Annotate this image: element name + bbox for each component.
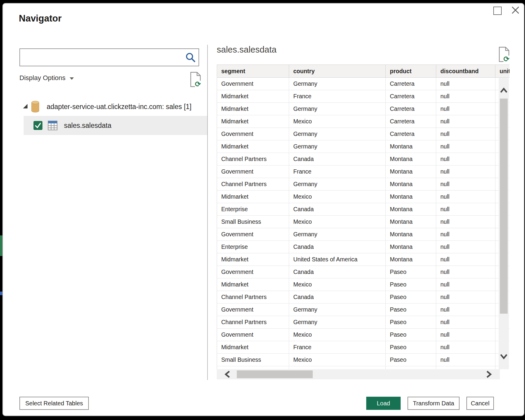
load-button[interactable]: Load bbox=[366, 397, 401, 410]
table-row: Channel PartnersCanadaPaseonull bbox=[217, 291, 509, 303]
table-cell: null bbox=[436, 115, 495, 128]
table-cell: Germany bbox=[289, 128, 386, 140]
table-cell: null bbox=[436, 291, 495, 303]
table-cell: null bbox=[436, 153, 495, 165]
tree-root-item[interactable]: adapter-service-uat.clickzetta-inc.com: … bbox=[19, 99, 191, 114]
panel-divider bbox=[207, 45, 208, 380]
table-row: EnterpriseCanadaMontananull bbox=[217, 241, 509, 253]
vertical-scrollbar[interactable] bbox=[499, 78, 509, 369]
table-cell: null bbox=[436, 354, 495, 366]
refresh-preview-icon[interactable]: ⟳ bbox=[498, 47, 510, 62]
table-row: Channel PartnersCanadaMontananull bbox=[217, 153, 509, 165]
table-cell: null bbox=[436, 241, 495, 253]
table-cell: Enterprise bbox=[217, 241, 289, 253]
table-cell: Midmarket bbox=[217, 278, 289, 291]
table-cell: Mexico bbox=[289, 329, 386, 341]
table-cell: Paseo bbox=[386, 341, 436, 353]
chevron-down-icon bbox=[70, 77, 74, 80]
table-cell bbox=[289, 366, 386, 369]
table-cell: Germany bbox=[289, 178, 386, 190]
table-row: GovernmentGermanyMontananull bbox=[217, 228, 509, 241]
checked-checkbox[interactable] bbox=[33, 121, 42, 130]
table-cell: United States of America bbox=[289, 253, 386, 266]
select-related-tables-button[interactable]: Select Related Tables bbox=[19, 397, 89, 410]
table-cell: Montana bbox=[386, 228, 436, 240]
scroll-left-icon[interactable] bbox=[224, 370, 231, 378]
maximize-icon[interactable] bbox=[493, 7, 502, 15]
column-header-country: country bbox=[289, 65, 386, 77]
table-cell: Canada bbox=[289, 266, 386, 278]
table-cell: null bbox=[436, 103, 495, 115]
table-cell: Midmarket bbox=[217, 90, 289, 102]
tree-item-sales-salesdata[interactable]: sales.salesdata bbox=[24, 116, 207, 135]
table-cell: Small Business bbox=[217, 354, 289, 366]
table-cell: null bbox=[436, 266, 495, 278]
table-cell: Paseo bbox=[386, 316, 436, 328]
close-icon[interactable] bbox=[511, 5, 520, 15]
table-cell: null bbox=[436, 178, 495, 190]
table-cell: Germany bbox=[289, 228, 386, 240]
table-row: Channel PartnersGermanyPaseonull bbox=[217, 316, 509, 329]
svg-text:⟳: ⟳ bbox=[503, 55, 509, 62]
table-cell: Canada bbox=[289, 203, 386, 215]
table-cell: Montana bbox=[386, 178, 436, 190]
horizontal-scrollbar[interactable] bbox=[217, 369, 500, 379]
tree-root-label: adapter-service-uat.clickzetta-inc.com: … bbox=[47, 103, 191, 111]
table-cell: Montana bbox=[386, 153, 436, 165]
table-row: MidmarketGermanyCarreteranull bbox=[217, 103, 509, 115]
table-cell: Germany bbox=[289, 78, 386, 90]
cancel-button[interactable]: Cancel bbox=[466, 397, 494, 410]
table-row: Small BusinessMexicoMontananull bbox=[217, 216, 509, 228]
table-cell: null bbox=[436, 316, 495, 328]
table-cell: Paseo bbox=[386, 354, 436, 366]
tree-item-label: sales.salesdata bbox=[64, 122, 112, 130]
table-header-row: segmentcountryproductdiscountbandunits bbox=[217, 65, 509, 78]
scroll-up-icon[interactable] bbox=[500, 87, 508, 94]
table-cell: Montana bbox=[386, 140, 436, 153]
refresh-file-icon[interactable]: ⟳ bbox=[190, 72, 202, 87]
table-cell: Midmarket bbox=[217, 191, 289, 203]
table-cell: France bbox=[289, 90, 386, 102]
table-cell: Carretera bbox=[386, 128, 436, 140]
table-cell: Midmarket bbox=[217, 115, 289, 128]
scroll-down-icon[interactable] bbox=[500, 353, 508, 360]
table-cell: Germany bbox=[289, 303, 386, 316]
table-cell: Carretera bbox=[386, 90, 436, 102]
table-cell: Carretera bbox=[386, 103, 436, 115]
table-cell: Paseo bbox=[386, 291, 436, 303]
app-edge-blue-mark bbox=[0, 292, 2, 295]
table-cell: Canada bbox=[289, 241, 386, 253]
transform-data-button[interactable]: Transform Data bbox=[408, 397, 460, 410]
table-cell: null bbox=[436, 90, 495, 102]
display-options-dropdown[interactable]: Display Options bbox=[19, 74, 74, 82]
tree-expander-icon[interactable] bbox=[23, 104, 28, 108]
table-cell: null bbox=[436, 253, 495, 266]
scroll-right-icon[interactable] bbox=[485, 370, 492, 378]
table-cell: Channel Partners bbox=[217, 291, 289, 303]
table-cell: Government bbox=[217, 165, 289, 178]
table-cell: Midmarket bbox=[217, 140, 289, 153]
table-cell: Government bbox=[217, 303, 289, 316]
table-cell: Mexico bbox=[289, 115, 386, 128]
table-cell: Carretera bbox=[386, 78, 436, 90]
vertical-scroll-thumb[interactable] bbox=[500, 99, 508, 314]
table-cell: Government bbox=[217, 266, 289, 278]
table-row: MidmarketUnited States of AmericaMontana… bbox=[217, 253, 509, 266]
table-cell: null bbox=[436, 140, 495, 153]
search-input[interactable] bbox=[20, 49, 185, 66]
table-cell: France bbox=[289, 341, 386, 353]
table-cell: null bbox=[436, 203, 495, 215]
table-cell: Montana bbox=[386, 253, 436, 266]
table-cell: Germany bbox=[289, 316, 386, 328]
search-icon[interactable] bbox=[185, 52, 196, 62]
table-cell: Midmarket bbox=[217, 253, 289, 266]
table-row: GovernmentGermanyCarreteranull bbox=[217, 128, 509, 140]
horizontal-scroll-thumb[interactable] bbox=[237, 370, 313, 378]
table-cell: null bbox=[436, 191, 495, 203]
table-cell: Government bbox=[217, 78, 289, 90]
table-row: MidmarketMexicoMontananull bbox=[217, 191, 509, 203]
table-row: EnterpriseCanadaMontananull bbox=[217, 203, 509, 216]
database-icon bbox=[31, 101, 39, 113]
table-row: GovernmentCanadaPaseonull bbox=[217, 266, 509, 278]
table-cell bbox=[436, 366, 495, 369]
